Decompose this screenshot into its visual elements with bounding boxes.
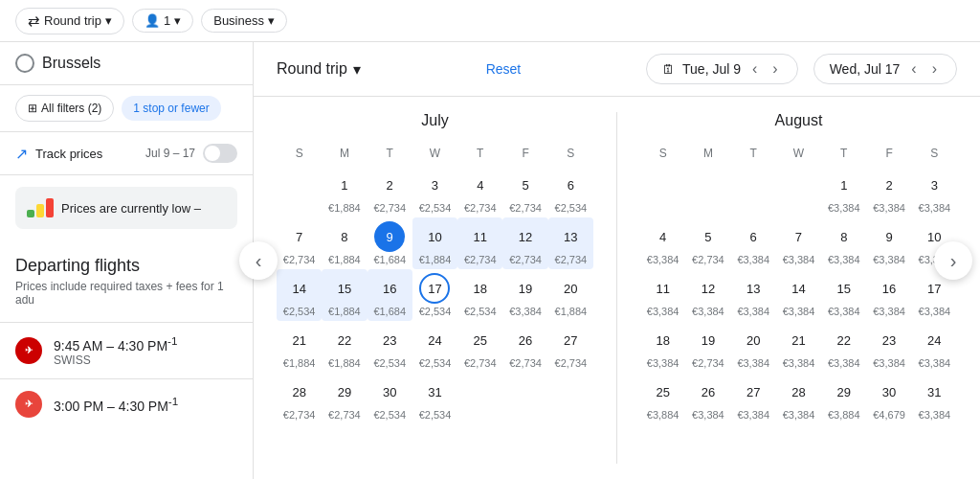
day-header: M — [322, 141, 367, 166]
day-cell[interactable]: 18€2,534 — [457, 269, 502, 321]
day-cell[interactable]: 13€3,384 — [731, 269, 776, 321]
departing-section: Departing flights Prices include require… — [0, 240, 253, 322]
day-cell[interactable]: 17€2,534 — [412, 269, 457, 321]
prices-banner: Prices are currently low – — [15, 187, 237, 229]
day-price: €3,384 — [647, 357, 679, 369]
day-cell[interactable]: 2€2,734 — [368, 166, 412, 217]
filters-row: ⊞ All filters (2) 1 stop or fewer — [0, 85, 253, 132]
day-cell[interactable]: 3€3,384 — [912, 166, 957, 217]
day-cell[interactable]: 9€3,384 — [866, 217, 911, 269]
all-filters-button[interactable]: ⊞ All filters (2) — [15, 95, 114, 122]
day-cell[interactable]: 4€2,734 — [457, 166, 502, 217]
day-cell[interactable]: 5€2,734 — [502, 166, 547, 217]
trip-type-button[interactable]: ⇄ Round trip ▾ — [15, 8, 124, 34]
day-cell[interactable]: 7€3,384 — [776, 217, 821, 269]
day-number: 7 — [783, 221, 813, 252]
day-cell[interactable]: 11€3,384 — [640, 269, 685, 321]
day-cell[interactable]: 27€3,384 — [731, 373, 776, 424]
day-number: 9 — [374, 221, 405, 252]
day-price: €3,384 — [783, 357, 815, 369]
day-cell[interactable]: 16€1,684 — [368, 269, 412, 321]
passengers-button[interactable]: 👤 1 ▾ — [132, 9, 193, 33]
day-cell[interactable]: 20€1,884 — [548, 269, 593, 321]
day-cell[interactable]: 11€2,734 — [457, 217, 502, 269]
day-cell[interactable]: 6€3,384 — [731, 217, 776, 269]
sidebar: Brussels ⊞ All filters (2) 1 stop or few… — [0, 42, 254, 479]
day-cell[interactable]: 12€3,384 — [685, 269, 730, 321]
day-cell[interactable]: 28€3,384 — [776, 373, 821, 424]
day-cell[interactable]: 5€2,734 — [685, 217, 730, 269]
day-cell[interactable]: 8€3,384 — [821, 217, 866, 269]
flight-card-2[interactable]: ✈ 3:00 PM – 4:30 PM-1 — [0, 378, 253, 429]
day-cell[interactable]: 29€3,884 — [821, 373, 866, 424]
day-cell[interactable]: 4€3,384 — [640, 217, 685, 269]
day-cell[interactable]: 13€2,734 — [548, 217, 593, 269]
day-number: 25 — [648, 376, 679, 407]
day-cell[interactable]: 14€2,534 — [277, 269, 322, 321]
day-cell[interactable]: 31€2,534 — [412, 373, 457, 424]
day-cell[interactable]: 20€3,384 — [731, 321, 776, 373]
depart-next-arrow[interactable]: › — [768, 60, 781, 78]
day-cell[interactable]: 15€1,884 — [322, 269, 367, 321]
calendar-next-button[interactable]: › — [934, 241, 972, 280]
flight-card-1[interactable]: ✈ 9:45 AM – 4:30 PM-1 SWISS — [0, 322, 253, 378]
day-cell[interactable]: 26€3,384 — [685, 373, 730, 424]
chevron-left-icon: ‹ — [256, 250, 262, 272]
day-cell[interactable]: 31€3,384 — [912, 373, 957, 424]
filter-icon: ⊞ — [28, 102, 37, 115]
day-cell[interactable]: 21€1,884 — [277, 321, 322, 373]
track-toggle[interactable] — [203, 144, 237, 163]
day-cell[interactable]: 28€2,734 — [277, 373, 322, 424]
day-cell[interactable]: 23€2,534 — [368, 321, 412, 373]
day-cell[interactable]: 19€2,734 — [685, 321, 730, 373]
depart-prev-arrow[interactable]: ‹ — [748, 60, 761, 78]
day-cell[interactable]: 15€3,384 — [821, 269, 866, 321]
day-price: €3,384 — [509, 306, 542, 317]
day-cell[interactable]: 27€2,734 — [548, 321, 593, 373]
day-header: T — [457, 141, 502, 166]
cabin-button[interactable]: Business ▾ — [201, 9, 287, 33]
day-cell[interactable]: 25€2,734 — [457, 321, 502, 373]
cal-trip-type-button[interactable]: Round trip ▾ — [277, 60, 361, 79]
day-cell[interactable]: 8€1,884 — [322, 217, 367, 269]
day-cell[interactable]: 19€3,384 — [502, 269, 547, 321]
day-cell[interactable]: 12€2,734 — [502, 217, 547, 269]
day-cell[interactable]: 2€3,384 — [866, 166, 911, 217]
day-cell[interactable]: 24€2,534 — [412, 321, 457, 373]
july-calendar: July SMTWTFS1€1,8842€2,7343€2,5344€2,734… — [254, 97, 616, 479]
calendar-prev-button[interactable]: ‹ — [239, 241, 278, 280]
day-cell[interactable]: 30€4,679 — [866, 373, 911, 424]
day-cell[interactable]: 9€1,684 — [368, 217, 412, 269]
day-number — [284, 175, 315, 206]
return-prev-arrow[interactable]: ‹ — [907, 60, 920, 78]
day-cell[interactable]: 26€2,734 — [502, 321, 547, 373]
reset-button[interactable]: Reset — [486, 61, 522, 77]
day-cell[interactable]: 1€3,384 — [821, 166, 866, 217]
day-cell[interactable]: 30€2,534 — [368, 373, 412, 424]
return-date-nav[interactable]: Wed, Jul 17 ‹ › — [813, 54, 957, 84]
day-price: €3,384 — [692, 409, 724, 421]
stops-chip[interactable]: 1 stop or fewer — [122, 96, 220, 121]
day-cell[interactable]: 23€3,384 — [866, 321, 911, 373]
day-cell[interactable]: 14€3,384 — [776, 269, 821, 321]
return-next-arrow[interactable]: › — [928, 60, 941, 78]
day-cell[interactable]: 1€1,884 — [322, 166, 367, 217]
day-cell[interactable]: 18€3,384 — [640, 321, 685, 373]
day-cell[interactable]: 7€2,734 — [277, 217, 322, 269]
day-cell[interactable]: 6€2,534 — [548, 166, 593, 217]
day-number: 16 — [374, 273, 405, 304]
calendars-wrap: July SMTWTFS1€1,8842€2,7343€2,5344€2,734… — [254, 97, 980, 479]
day-cell[interactable]: 21€3,384 — [776, 321, 821, 373]
day-cell[interactable]: 3€2,534 — [412, 166, 457, 217]
depart-date-nav[interactable]: 🗓 Tue, Jul 9 ‹ › — [646, 54, 798, 84]
day-cell[interactable]: 22€3,384 — [821, 321, 866, 373]
day-cell[interactable]: 25€3,884 — [640, 373, 685, 424]
day-price: €3,884 — [828, 409, 860, 421]
july-title: July — [277, 112, 593, 129]
day-cell[interactable]: 29€2,734 — [322, 373, 367, 424]
day-cell[interactable]: 22€1,884 — [322, 321, 367, 373]
day-cell[interactable]: 10€1,884 — [412, 217, 457, 269]
day-cell[interactable]: 24€3,384 — [912, 321, 957, 373]
day-number: 13 — [555, 221, 586, 252]
day-cell[interactable]: 16€3,384 — [866, 269, 911, 321]
